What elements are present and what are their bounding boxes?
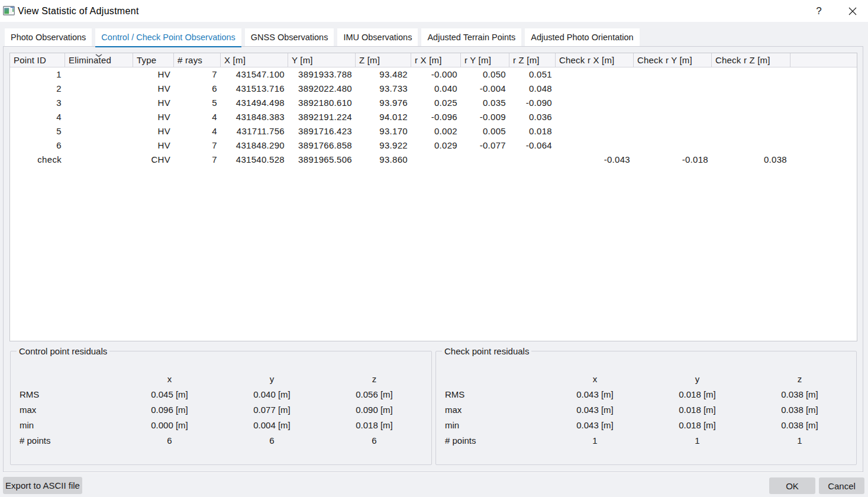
table-cell[interactable] [712,82,790,96]
table-cell[interactable]: 0.029 [411,138,461,153]
table-cell[interactable] [790,124,857,138]
table-cell[interactable] [790,67,857,82]
table-cell[interactable]: 3892180.610 [288,96,356,110]
column-header-y-m[interactable]: Y [m] [288,53,356,67]
table-cell[interactable] [556,138,634,153]
table-cell[interactable]: CHV [133,153,174,167]
table-cell[interactable] [65,153,133,167]
table-cell[interactable] [509,153,556,167]
table-cell[interactable] [790,96,857,110]
table-row[interactable]: 6HV7431848.2903891766.85893.9220.029-0.0… [10,138,857,153]
tab-imu-observations[interactable]: IMU Observations [337,28,418,46]
table-cell[interactable] [790,138,857,153]
close-button[interactable] [844,0,861,22]
table-cell[interactable] [712,67,790,82]
table-cell[interactable] [65,67,133,82]
column-header-blank[interactable] [790,53,857,67]
table-cell[interactable]: 431711.756 [221,124,288,138]
table-cell[interactable] [65,96,133,110]
table-cell[interactable]: 431513.716 [221,82,288,96]
table-cell[interactable]: 0.002 [411,124,461,138]
table-cell[interactable]: 0.005 [461,124,509,138]
column-header-r-z-m[interactable]: r Z [m] [509,53,556,67]
table-cell[interactable]: HV [133,138,174,153]
table-cell[interactable]: 0.038 [712,153,790,167]
table-cell[interactable]: 4 [10,110,65,124]
table-cell[interactable]: -0.064 [509,138,556,153]
column-header-eliminated[interactable]: Eliminated [65,53,133,67]
table-row[interactable]: checkCHV7431540.5283891965.50693.860-0.0… [10,153,857,167]
table-cell[interactable]: 0.050 [461,67,509,82]
table-cell[interactable]: 431494.498 [221,96,288,110]
tab-gnss-observations[interactable]: GNSS Observations [245,28,334,46]
table-cell[interactable]: 0.018 [509,124,556,138]
table-cell[interactable]: 5 [10,124,65,138]
table-cell[interactable]: 93.922 [356,138,411,153]
table-cell[interactable] [411,153,461,167]
table-cell[interactable]: 431540.528 [221,153,288,167]
table-cell[interactable] [556,82,634,96]
table-cell[interactable]: HV [133,82,174,96]
table-cell[interactable]: 3891766.858 [288,138,356,153]
table-cell[interactable]: 4 [174,110,221,124]
table-cell[interactable] [461,153,509,167]
table-row[interactable]: 5HV4431711.7563891716.42393.1700.0020.00… [10,124,857,138]
table-cell[interactable]: check [10,153,65,167]
export-to-ascii-button[interactable]: Export to ASCII file [3,477,82,494]
tab-control-check-point-observations[interactable]: Control / Check Point Observations [95,28,241,46]
column-header-type[interactable]: Type [133,53,174,67]
column-header-check-r-z-m[interactable]: Check r Z [m] [712,53,790,67]
column-header-rays[interactable]: # rays [174,53,221,67]
table-cell[interactable] [634,124,712,138]
table-cell[interactable]: HV [133,96,174,110]
table-cell[interactable]: -0.009 [461,110,509,124]
table-cell[interactable]: HV [133,124,174,138]
table-cell[interactable]: 0.036 [509,110,556,124]
table-cell[interactable] [634,82,712,96]
table-cell[interactable]: 7 [174,67,221,82]
table-cell[interactable] [65,138,133,153]
tab-photo-observations[interactable]: Photo Observations [5,28,92,46]
table-cell[interactable]: 3891933.788 [288,67,356,82]
table-cell[interactable] [65,124,133,138]
table-cell[interactable]: 93.976 [356,96,411,110]
table-cell[interactable] [790,110,857,124]
table-cell[interactable]: 93.860 [356,153,411,167]
table-cell[interactable] [712,110,790,124]
table-cell[interactable]: 1 [10,67,65,82]
table-cell[interactable]: 0.051 [509,67,556,82]
help-button[interactable]: ? [810,0,828,22]
table-cell[interactable]: -0.043 [556,153,634,167]
table-cell[interactable]: 0.040 [411,82,461,96]
column-header-check-r-y-m[interactable]: Check r Y [m] [634,53,712,67]
table-cell[interactable]: 3 [10,96,65,110]
table-cell[interactable] [790,153,857,167]
table-cell[interactable] [634,96,712,110]
tab-adjusted-terrain-points[interactable]: Adjusted Terrain Points [421,28,521,46]
table-cell[interactable]: 2 [10,82,65,96]
tab-adjusted-photo-orientation[interactable]: Adjusted Photo Orientation [525,28,639,46]
table-cell[interactable] [65,82,133,96]
table-row[interactable]: 4HV4431848.3833892191.22494.012-0.096-0.… [10,110,857,124]
table-cell[interactable]: 0.025 [411,96,461,110]
table-row[interactable]: 2HV6431513.7163892022.48093.7330.040-0.0… [10,82,857,96]
table-cell[interactable]: 7 [174,138,221,153]
table-cell[interactable]: HV [133,67,174,82]
table-cell[interactable]: 431848.383 [221,110,288,124]
table-cell[interactable]: 93.482 [356,67,411,82]
table-cell[interactable] [556,124,634,138]
table-cell[interactable]: 0.035 [461,96,509,110]
table-cell[interactable] [712,124,790,138]
table-cell[interactable]: 431848.290 [221,138,288,153]
table-cell[interactable] [556,110,634,124]
table-cell[interactable]: 3891716.423 [288,124,356,138]
table-row[interactable]: 3HV5431494.4983892180.61093.9760.0250.03… [10,96,857,110]
column-header-r-x-m[interactable]: r X [m] [411,53,461,67]
column-header-point-id[interactable]: Point ID [10,53,65,67]
column-header-check-r-x-m[interactable]: Check r X [m] [556,53,634,67]
table-cell[interactable] [556,67,634,82]
table-cell[interactable] [634,67,712,82]
table-cell[interactable]: -0.018 [634,153,712,167]
table-cell[interactable]: 93.733 [356,82,411,96]
table-cell[interactable]: 94.012 [356,110,411,124]
